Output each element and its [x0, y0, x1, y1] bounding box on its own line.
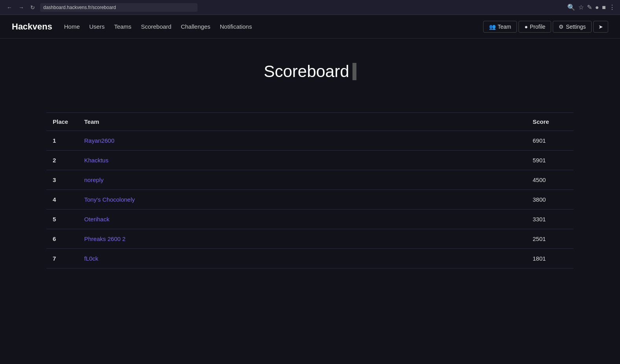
browser-controls: ← → ↻: [5, 4, 37, 11]
team-icon: 👥: [489, 24, 496, 30]
nav-links: Home Users Teams Scoreboard Challenges N…: [64, 23, 483, 30]
back-icon[interactable]: ←: [5, 4, 14, 11]
cell-place: 1: [46, 131, 78, 151]
nav-link-scoreboard[interactable]: Scoreboard: [141, 23, 172, 30]
cell-place: 2: [46, 151, 78, 170]
edit-icon[interactable]: ✎: [587, 4, 592, 11]
nav-link-users[interactable]: Users: [89, 23, 105, 30]
table-row: 3noreply4500: [46, 170, 574, 190]
table-row: 7fL0ck1801: [46, 249, 574, 268]
forward-icon[interactable]: →: [17, 4, 26, 11]
table-header: Place Team Score: [46, 113, 574, 131]
cell-team-link[interactable]: fL0ck: [84, 255, 98, 262]
settings-icon: ⚙: [559, 24, 564, 30]
profile-icon: ●: [524, 24, 528, 30]
cell-team: Tony's Chocolonely: [78, 190, 526, 210]
nav-link-challenges[interactable]: Challenges: [181, 23, 210, 30]
table-row: 4Tony's Chocolonely3800: [46, 190, 574, 210]
cell-place: 6: [46, 229, 78, 249]
cell-place: 5: [46, 210, 78, 229]
page-title: Scoreboard: [46, 62, 574, 81]
table-row: 6Phreaks 2600 22501: [46, 229, 574, 249]
table-body: 1Rayan260069012Khacktus59013noreply45004…: [46, 131, 574, 268]
col-place: Place: [46, 113, 78, 131]
nav-actions: 👥 Team ● Profile ⚙ Settings ➤: [483, 21, 608, 33]
cell-score: 1801: [526, 249, 574, 268]
cell-team: Phreaks 2600 2: [78, 229, 526, 249]
cell-team-link[interactable]: Khacktus: [84, 157, 109, 164]
table-row: 2Khacktus5901: [46, 151, 574, 170]
extension2-icon[interactable]: ■: [602, 4, 606, 11]
cell-score: 2501: [526, 229, 574, 249]
menu-icon[interactable]: ⋮: [609, 4, 615, 11]
cell-score: 6901: [526, 131, 574, 151]
nav-link-teams[interactable]: Teams: [114, 23, 131, 30]
cell-team-link[interactable]: noreply: [84, 176, 103, 183]
table-row: 1Rayan26006901: [46, 131, 574, 151]
cell-team-link[interactable]: Tony's Chocolonely: [84, 196, 135, 203]
settings-button[interactable]: ⚙ Settings: [553, 21, 592, 33]
url-text: dashboard.hackvens.fr/scoreboard: [43, 5, 116, 10]
reload-icon[interactable]: ↻: [28, 4, 37, 11]
header-row: Place Team Score: [46, 113, 574, 131]
cell-team: Rayan2600: [78, 131, 526, 151]
cell-team-link[interactable]: Oterihack: [84, 216, 109, 222]
team-button[interactable]: 👥 Team: [483, 21, 517, 33]
zoom-icon[interactable]: 🔍: [567, 4, 575, 11]
logout-icon: ➤: [598, 24, 603, 30]
table-row: 5Oterihack3301: [46, 210, 574, 229]
title-cursor: [352, 63, 356, 80]
browser-actions: 🔍 ☆ ✎ ● ■ ⋮: [567, 4, 615, 11]
cell-team: fL0ck: [78, 249, 526, 268]
cell-score: 3800: [526, 190, 574, 210]
bookmark-star-icon[interactable]: ☆: [578, 4, 584, 11]
nav-link-home[interactable]: Home: [64, 23, 80, 30]
col-score: Score: [526, 113, 574, 131]
browser-bar: ← → ↻ dashboard.hackvens.fr/scoreboard 🔍…: [0, 0, 620, 15]
cell-place: 7: [46, 249, 78, 268]
cell-team-link[interactable]: Rayan2600: [84, 137, 114, 144]
cell-team-link[interactable]: Phreaks 2600 2: [84, 235, 125, 242]
cell-place: 3: [46, 170, 78, 190]
cell-score: 4500: [526, 170, 574, 190]
logout-button[interactable]: ➤: [593, 21, 608, 33]
cell-team: Oterihack: [78, 210, 526, 229]
address-bar[interactable]: dashboard.hackvens.fr/scoreboard: [40, 3, 197, 12]
scoreboard-table: Place Team Score 1Rayan260069012Khacktus…: [46, 112, 574, 268]
col-team: Team: [78, 113, 526, 131]
cell-team: Khacktus: [78, 151, 526, 170]
cell-team: noreply: [78, 170, 526, 190]
profile-button[interactable]: ● Profile: [519, 21, 551, 33]
nav-link-notifications[interactable]: Notifications: [220, 23, 252, 30]
main-content: Scoreboard Place Team Score 1Rayan260069…: [35, 39, 585, 280]
extension-icon[interactable]: ●: [595, 4, 599, 11]
cell-score: 5901: [526, 151, 574, 170]
cell-score: 3301: [526, 210, 574, 229]
main-nav: Hackvens Home Users Teams Scoreboard Cha…: [0, 15, 620, 39]
cell-place: 4: [46, 190, 78, 210]
brand-logo[interactable]: Hackvens: [12, 22, 52, 32]
